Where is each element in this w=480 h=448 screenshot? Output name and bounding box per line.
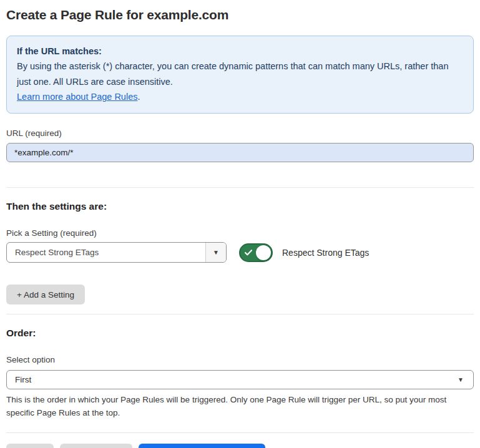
info-box-body: By using the asterisk (*) character, you… (17, 59, 457, 89)
settings-section-heading: Then the settings are: (6, 201, 474, 212)
cancel-button[interactable]: Cancel (6, 444, 54, 448)
check-icon (245, 249, 252, 256)
link-period: . (137, 92, 140, 102)
page-title: Create a Page Rule for example.com (6, 7, 474, 22)
footer-divider (6, 432, 474, 433)
toggle-label: Respect Strong ETags (282, 248, 369, 258)
etags-toggle[interactable] (239, 243, 273, 262)
section-divider (6, 187, 474, 188)
order-section-heading: Order: (6, 328, 474, 339)
url-match-info-box: If the URL matches: By using the asteris… (6, 36, 474, 114)
setting-row: Respect Strong ETags ▼ Respect Strong ET… (6, 242, 474, 263)
section-divider (6, 314, 474, 314)
info-box-heading: If the URL matches: (17, 44, 463, 59)
save-deploy-button[interactable]: Save and Deploy Page Rule (139, 444, 266, 448)
info-box-link-line: Learn more about Page Rules. (17, 89, 463, 104)
order-select[interactable]: First ▼ (6, 370, 474, 389)
setting-select[interactable]: Respect Strong ETags ▼ (6, 242, 227, 263)
chevron-down-icon: ▼ (458, 376, 464, 383)
footer-actions: Cancel Save as Draft Save and Deploy Pag… (6, 444, 474, 448)
save-draft-button[interactable]: Save as Draft (60, 444, 132, 448)
learn-more-link[interactable]: Learn more about Page Rules (17, 92, 137, 102)
add-setting-button[interactable]: + Add a Setting (6, 285, 85, 304)
chevron-down-icon: ▼ (213, 249, 219, 256)
setting-picker-label: Pick a Setting (required) (6, 228, 474, 238)
setting-select-arrow-button[interactable]: ▼ (205, 243, 226, 262)
order-help-text: This is the order in which your Page Rul… (6, 394, 471, 420)
url-field-label: URL (required) (6, 129, 474, 138)
url-input[interactable] (6, 143, 474, 162)
setting-select-value: Respect Strong ETags (7, 243, 205, 262)
order-select-label: Select option (6, 355, 474, 364)
order-select-value: First (15, 375, 31, 384)
toggle-knob[interactable] (256, 245, 271, 260)
